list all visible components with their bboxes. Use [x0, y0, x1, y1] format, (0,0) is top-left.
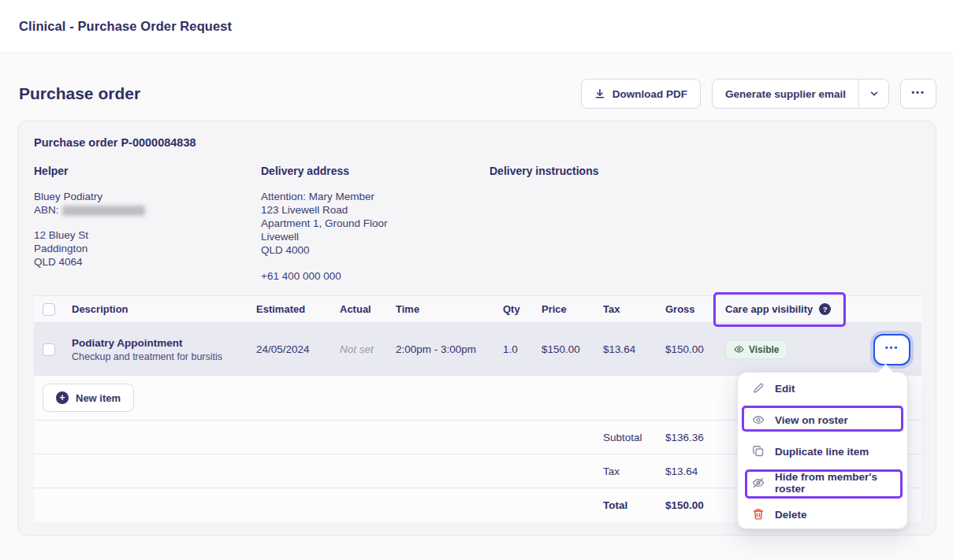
total-label: Total — [603, 499, 665, 511]
delivery-address-section: Delivery address Attention: Mary Member … — [261, 165, 482, 283]
item-qty: 1.0 — [503, 343, 542, 355]
page-more-button[interactable]: ••• — [900, 79, 936, 109]
helper-address-line: QLD 4064 — [34, 255, 255, 269]
delivery-address-heading: Delivery address — [261, 165, 482, 177]
helper-address-line: Paddington — [34, 242, 255, 255]
helper-heading: Helper — [34, 165, 255, 177]
eye-icon — [734, 344, 744, 354]
app-title: Clinical - Purchase Order Request — [19, 19, 232, 34]
helper-abn-line: ABN: — [34, 203, 255, 217]
new-item-label: New item — [76, 392, 121, 404]
col-estimated: Estimated — [256, 303, 340, 315]
page-actions: Download PDF Generate supplier email ••• — [581, 79, 936, 109]
helper-address-line: 12 Bluey St — [34, 228, 255, 242]
purchase-order-number: Purchase order P-0000084838 — [34, 136, 196, 149]
delivery-line: 123 Livewell Road — [261, 203, 482, 217]
item-gross: $150.00 — [665, 343, 725, 355]
delivery-line: QLD 4000 — [261, 243, 482, 257]
col-description: Description — [72, 303, 256, 315]
plus-circle-icon: + — [56, 391, 69, 404]
item-subtitle: Checkup and treatment for bursitis — [72, 351, 256, 362]
menu-item-delete[interactable]: Delete — [738, 499, 907, 530]
ellipsis-icon: ••• — [885, 343, 899, 352]
table-row: Podiatry Appointment Checkup and treatme… — [34, 323, 921, 376]
menu-item-duplicate-line-item[interactable]: Duplicate line item — [738, 436, 907, 467]
col-qty: Qty — [503, 303, 542, 315]
col-care-app-visibility: Care app visibility ? — [725, 303, 873, 315]
subtotal-label: Subtotal — [603, 432, 665, 443]
item-price: $150.00 — [542, 343, 603, 355]
eye-icon — [752, 414, 765, 426]
help-icon[interactable]: ? — [819, 303, 831, 315]
download-pdf-button[interactable]: Download PDF — [581, 79, 701, 109]
table-header-row: Description Estimated Actual Time Qty Pr… — [34, 295, 921, 323]
page-title: Purchase order — [19, 84, 140, 103]
total-value: $150.00 — [665, 499, 725, 511]
page-header: Purchase order Download PDF Generate sup… — [0, 54, 953, 109]
delivery-line: Livewell — [261, 230, 482, 243]
item-title: Podiatry Appointment — [72, 337, 256, 349]
item-time: 2:00pm - 3:00pm — [396, 343, 503, 355]
row-checkbox[interactable] — [43, 343, 55, 356]
new-item-button[interactable]: + New item — [43, 384, 134, 412]
download-pdf-label: Download PDF — [612, 88, 687, 100]
chevron-down-icon[interactable] — [858, 80, 888, 108]
abn-label: ABN: — [34, 204, 59, 216]
col-price: Price — [542, 303, 603, 315]
select-all-checkbox[interactable] — [43, 303, 55, 316]
col-gross: Gross — [665, 303, 725, 315]
trash-icon — [752, 508, 765, 521]
helper-section: Helper Bluey Podiatry ABN: 12 Bluey St P… — [34, 165, 255, 269]
duplicate-icon — [752, 445, 765, 458]
tax-value: $13.64 — [665, 465, 725, 477]
generate-supplier-email-button[interactable]: Generate supplier email — [713, 80, 858, 108]
menu-item-view-on-roster[interactable]: View on roster — [738, 404, 907, 436]
item-tax: $13.64 — [603, 343, 665, 355]
ellipsis-icon: ••• — [911, 88, 925, 97]
abn-redacted-value — [62, 206, 145, 216]
col-tax: Tax — [603, 303, 665, 315]
row-actions-menu: Edit View on roster Duplicate line item … — [737, 372, 908, 529]
subtotal-value: $136.36 — [665, 432, 725, 443]
delivery-line: Attention: Mary Member — [261, 190, 482, 203]
visibility-status-badge: Visible — [725, 340, 787, 359]
helper-name: Bluey Podiatry — [34, 190, 255, 203]
download-icon — [594, 88, 605, 99]
delivery-phone: +61 400 000 000 — [261, 269, 482, 283]
delivery-instructions-section: Delivery instructions — [490, 165, 710, 177]
item-estimated: 24/05/2024 — [256, 343, 340, 355]
tax-label: Tax — [603, 465, 665, 477]
eye-off-icon — [752, 477, 765, 489]
row-more-button[interactable]: ••• — [873, 334, 910, 365]
menu-item-hide-from-members-roster[interactable]: Hide from member's roster — [738, 467, 907, 499]
topbar: Clinical - Purchase Order Request — [0, 0, 953, 54]
col-time: Time — [396, 303, 503, 315]
generate-supplier-email-split-button: Generate supplier email — [712, 79, 889, 109]
col-actual: Actual — [340, 303, 396, 315]
delivery-line: Apartment 1, Ground Floor — [261, 217, 482, 230]
delivery-instructions-heading: Delivery instructions — [490, 165, 710, 177]
item-actual: Not set — [340, 343, 396, 355]
pencil-icon — [752, 382, 765, 395]
